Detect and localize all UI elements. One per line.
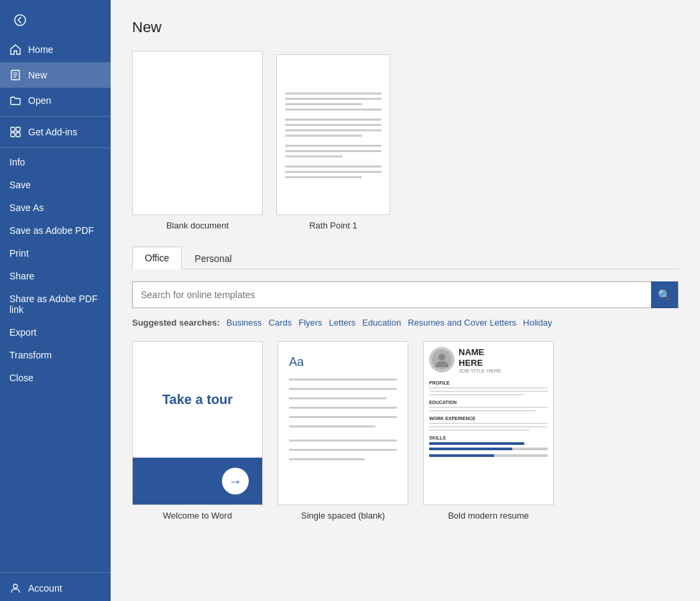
svg-rect-8	[16, 133, 20, 137]
template-card-single-spaced[interactable]: Aa Single spaced (blank)	[278, 341, 408, 521]
tour-text: Take a tour	[133, 342, 262, 458]
search-input[interactable]	[133, 289, 651, 300]
sidebar-item-home[interactable]: Home	[0, 37, 111, 62]
tab-office[interactable]: Office	[132, 247, 182, 269]
rb-line	[429, 407, 548, 408]
sidebar-item-share[interactable]: Share	[0, 265, 111, 287]
sidebar-item-save[interactable]: Save	[0, 174, 111, 196]
rb-line	[429, 387, 548, 389]
ss-line	[289, 397, 386, 399]
sidebar-spacer	[0, 389, 111, 570]
ss-line	[289, 388, 397, 390]
doc-line	[285, 165, 382, 168]
tour-thumb: Take a tour →	[132, 341, 263, 505]
tour-card-inner: Take a tour →	[133, 342, 262, 505]
sidebar-item-account[interactable]: Account	[0, 576, 111, 601]
template-card-rath[interactable]: Rath Point 1	[276, 54, 390, 230]
svg-point-9	[13, 584, 17, 588]
rb-bar	[429, 442, 524, 445]
svg-point-0	[15, 15, 25, 25]
sidebar-item-open-label: Open	[28, 95, 51, 106]
sidebar-item-share-adobe[interactable]: Share as Adobe PDF link	[0, 287, 111, 321]
rb-section-experience: WORK EXPERIENCE	[429, 416, 548, 421]
resume-jobtitle: JOB TITLE HERE	[459, 368, 502, 374]
rb-line	[429, 423, 548, 424]
suggested-business[interactable]: Business	[227, 318, 262, 328]
suggested-resumes[interactable]: Resumes and Cover Letters	[408, 318, 516, 328]
ss-card-inner: Aa	[278, 342, 408, 505]
ss-line	[289, 379, 397, 381]
sidebar-item-addins[interactable]: Get Add-ins	[0, 119, 111, 145]
tabs-row: Office Personal	[132, 247, 679, 269]
suggested-cards[interactable]: Cards	[269, 318, 292, 328]
tab-personal[interactable]: Personal	[182, 247, 244, 269]
back-button[interactable]	[7, 7, 34, 34]
top-template-row: Blank document	[132, 51, 679, 230]
ss-title: Aa	[289, 355, 397, 369]
ss-line	[289, 458, 365, 460]
search-button[interactable]: 🔍	[651, 281, 678, 308]
template-card-resume[interactable]: NAMEHERE JOB TITLE HERE PROFILE EDUCATIO…	[423, 341, 554, 521]
template-card-tour[interactable]: Take a tour → Welcome to Word	[132, 341, 263, 521]
doc-line	[285, 155, 343, 157]
suggested-letters[interactable]: Letters	[329, 318, 356, 328]
grid-icon	[9, 126, 21, 138]
sidebar-item-account-label: Account	[28, 583, 62, 594]
rb-bar-bg2	[429, 454, 548, 457]
resume-thumb: NAMEHERE JOB TITLE HERE PROFILE EDUCATIO…	[423, 341, 554, 505]
sidebar-item-export[interactable]: Export	[0, 321, 111, 344]
resume-header: NAMEHERE JOB TITLE HERE	[429, 347, 548, 374]
search-container: 🔍	[132, 281, 679, 308]
rb-line	[429, 391, 548, 392]
doc-line	[285, 119, 382, 121]
home-icon	[9, 44, 21, 56]
rb-line	[429, 410, 536, 411]
sidebar-item-transform[interactable]: Transform	[0, 344, 111, 366]
doc-line	[285, 129, 382, 131]
sidebar-item-close[interactable]: Close	[0, 366, 111, 389]
sidebar-divider-3	[0, 572, 111, 573]
doc-lines	[285, 92, 382, 182]
rb-bar-fill	[429, 448, 512, 450]
suggested-education[interactable]: Education	[362, 318, 401, 328]
sidebar-item-new[interactable]: New	[0, 62, 111, 88]
rb-section-education: EDUCATION	[429, 400, 548, 405]
sidebar-item-new-label: New	[28, 70, 47, 80]
tour-arrow-icon: →	[222, 468, 249, 494]
sidebar-divider-2	[0, 147, 111, 148]
rb-section-skills: SKILLS	[429, 436, 548, 440]
doc-line	[285, 109, 382, 111]
rb-line	[429, 429, 530, 431]
suggested-searches: Suggested searches: Business Cards Flyer…	[132, 318, 679, 328]
suggested-flyers[interactable]: Flyers	[298, 318, 322, 328]
resume-card-inner: NAMEHERE JOB TITLE HERE PROFILE EDUCATIO…	[424, 342, 553, 505]
template-card-blank[interactable]: Blank document	[132, 51, 263, 230]
sidebar-divider-1	[0, 116, 111, 117]
doc-line	[285, 124, 382, 126]
svg-point-11	[439, 354, 445, 360]
doc-line	[285, 135, 362, 137]
sidebar-item-addins-label: Get Add-ins	[28, 127, 77, 137]
single-spaced-label: Single spaced (blank)	[301, 511, 385, 521]
sidebar-item-save-adobe-pdf[interactable]: Save as Adobe PDF	[0, 219, 111, 242]
doc-line	[285, 98, 382, 100]
main-content: New Blank document	[111, 0, 700, 601]
single-spaced-thumb: Aa	[278, 341, 408, 505]
doc-line	[285, 176, 362, 178]
sidebar-item-open[interactable]: Open	[0, 88, 111, 113]
ss-line	[289, 425, 375, 427]
svg-rect-6	[16, 127, 20, 131]
person-icon	[9, 582, 21, 594]
sidebar-item-save-as[interactable]: Save As	[0, 196, 111, 219]
sidebar-item-info[interactable]: Info	[0, 151, 111, 174]
sidebar-item-print[interactable]: Print	[0, 242, 111, 265]
ss-line	[289, 416, 397, 418]
rb-line	[429, 394, 524, 395]
suggested-holiday[interactable]: Holiday	[523, 318, 552, 328]
rb-bar-bg	[429, 448, 548, 450]
blank-label: Blank document	[166, 220, 229, 230]
doc-line	[285, 150, 382, 152]
doc-line	[285, 171, 382, 173]
page-title: New	[132, 19, 679, 36]
blank-thumb	[132, 51, 263, 215]
